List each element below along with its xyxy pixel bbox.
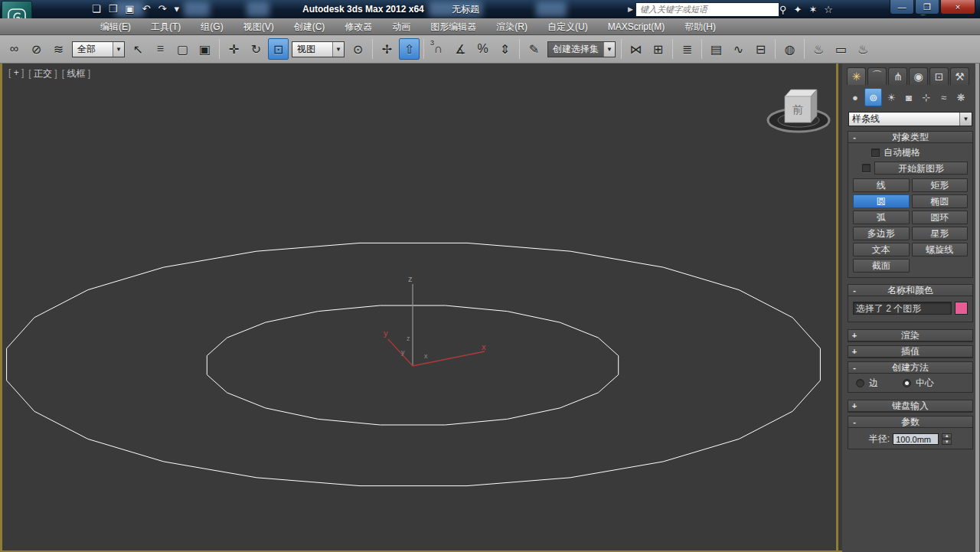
menu-tools[interactable]: 工具(T): [141, 18, 191, 35]
shape-donut-button[interactable]: 圆环: [912, 211, 969, 224]
keyboard-shortcut-override-icon[interactable]: ⇧: [399, 38, 420, 60]
select-object-icon[interactable]: ↖: [128, 38, 149, 60]
toolbar-overflow-icon[interactable]: ▾: [174, 1, 179, 18]
radius-input[interactable]: 100.0mm: [893, 433, 939, 445]
shape-rectangle-button[interactable]: 矩形: [912, 178, 969, 192]
sign-in-icon[interactable]: ✦: [794, 4, 802, 15]
menu-modifiers[interactable]: 修改器: [335, 18, 382, 35]
panel-scrollbar[interactable]: [975, 64, 979, 552]
circle-shape[interactable]: [7, 243, 821, 485]
select-and-scale-icon[interactable]: ⊡: [268, 38, 289, 60]
spinner-down-icon[interactable]: ▼: [942, 439, 952, 445]
curve-editor-icon[interactable]: ∿: [728, 38, 749, 60]
rollout-parameters-header[interactable]: - 参数: [848, 416, 972, 428]
spinner-snap-toggle-icon[interactable]: ⇕: [495, 38, 515, 60]
viewport-menu-shading[interactable]: [ 线框 ]: [62, 67, 90, 80]
tab-display[interactable]: ⊡: [929, 67, 949, 85]
rectangular-selection-region-icon[interactable]: ▢: [172, 38, 193, 60]
menu-maxscript[interactable]: MAXScript(M): [598, 18, 675, 35]
favorites-icon[interactable]: ☆: [824, 4, 833, 15]
redo-icon[interactable]: ↷: [158, 1, 167, 18]
shape-star-button[interactable]: 星形: [912, 227, 969, 240]
tab-create[interactable]: ✳: [847, 67, 866, 85]
menu-edit[interactable]: 编辑(E): [90, 18, 141, 35]
rollout-object-type-header[interactable]: - 对象类型: [848, 132, 972, 143]
shape-text-button[interactable]: 文本: [853, 243, 910, 256]
minimize-button[interactable]: —: [890, 0, 914, 15]
snaps-toggle-3d-icon[interactable]: ∩3: [428, 38, 449, 60]
create-lights-icon[interactable]: ☀: [883, 88, 900, 106]
viewcube[interactable]: 前: [768, 90, 829, 132]
viewport-menu-general[interactable]: [ + ]: [8, 67, 24, 80]
render-production-icon[interactable]: ♨: [853, 38, 874, 60]
select-by-name-icon[interactable]: ≡: [150, 38, 171, 60]
menu-views[interactable]: 视图(V): [234, 18, 284, 35]
tab-motion[interactable]: ◉: [909, 67, 928, 85]
create-spacewarps-icon[interactable]: ≈: [936, 88, 952, 106]
object-name-field[interactable]: 选择了 2 个图形: [853, 302, 952, 315]
menu-rendering[interactable]: 渲染(R): [486, 18, 537, 35]
create-systems-icon[interactable]: ❋: [952, 88, 969, 106]
layer-manager-icon[interactable]: ≣: [677, 38, 697, 60]
infocenter-search-input[interactable]: [635, 2, 779, 17]
rollout-interpolation-header[interactable]: + 插值: [848, 346, 972, 358]
search-expand-icon[interactable]: ▶: [628, 5, 633, 13]
create-helpers-icon[interactable]: ⊹: [918, 88, 935, 106]
align-icon[interactable]: ⊞: [648, 38, 668, 60]
bind-to-space-warp-icon[interactable]: ≋: [48, 38, 69, 60]
tab-modify[interactable]: ⌒: [867, 67, 887, 85]
creation-method-center-radio[interactable]: [903, 379, 911, 387]
new-file-icon[interactable]: ❏: [92, 1, 101, 18]
graphite-modeling-tools-icon[interactable]: ▤: [706, 38, 727, 60]
menu-animation[interactable]: 动画: [382, 18, 420, 35]
close-button[interactable]: ×: [940, 0, 975, 15]
edit-named-selection-sets-icon[interactable]: ✎: [524, 38, 544, 60]
communication-center-icon[interactable]: ✶: [808, 4, 817, 15]
create-shapes-icon[interactable]: ⊚: [864, 88, 883, 106]
select-and-link-icon[interactable]: ∞: [4, 38, 24, 60]
autogrid-checkbox[interactable]: [871, 149, 880, 157]
application-menu-button[interactable]: ▼: [2, 1, 32, 18]
rollout-rendering-header[interactable]: + 渲染: [848, 330, 972, 341]
reference-coordinate-dropdown[interactable]: 视图▼: [292, 41, 345, 57]
menu-customize[interactable]: 自定义(U): [537, 18, 598, 35]
spinner-up-icon[interactable]: ▲: [942, 433, 952, 439]
select-and-rotate-icon[interactable]: ↻: [246, 38, 266, 60]
use-pivot-point-center-icon[interactable]: ⊙: [348, 38, 368, 60]
percent-snap-toggle-icon[interactable]: %: [472, 38, 493, 60]
material-editor-icon[interactable]: ◍: [779, 38, 800, 60]
viewport-orthographic[interactable]: zzyxyx 前 [ + ] [ 正交 ] [ 线框 ]: [0, 64, 842, 552]
schematic-view-icon[interactable]: ⊟: [750, 38, 771, 60]
open-file-icon[interactable]: ❒: [109, 1, 118, 18]
tab-utilities[interactable]: ⚒: [950, 67, 969, 85]
shape-category-dropdown[interactable]: 样条线 ▼: [848, 112, 972, 126]
select-and-move-icon[interactable]: ✛: [224, 38, 244, 60]
menu-help[interactable]: 帮助(H): [675, 18, 726, 35]
shape-arc-button[interactable]: 弧: [853, 211, 910, 224]
menu-graph-editors[interactable]: 图形编辑器: [420, 18, 486, 35]
rollout-keyboard-entry-header[interactable]: + 键盘输入: [848, 400, 972, 412]
shape-ellipse-button[interactable]: 椭圆: [912, 194, 969, 208]
radius-spinner[interactable]: ▲ ▼: [942, 433, 952, 445]
save-file-icon[interactable]: ▣: [125, 1, 134, 18]
viewport-menu-pov[interactable]: [ 正交 ]: [28, 67, 57, 80]
tab-hierarchy[interactable]: ⋔: [888, 67, 907, 85]
start-new-shape-button[interactable]: 开始新图形: [874, 162, 968, 175]
angle-snap-toggle-icon[interactable]: ∡: [450, 38, 471, 60]
mirror-icon[interactable]: ⋈: [626, 38, 646, 60]
unlink-selection-icon[interactable]: ⊘: [26, 38, 47, 60]
render-setup-icon[interactable]: ♨: [808, 38, 829, 60]
rendered-frame-window-icon[interactable]: ▭: [831, 38, 851, 60]
named-selection-sets-dropdown[interactable]: 创建选择集▼: [547, 41, 616, 57]
create-geometry-icon[interactable]: ●: [847, 88, 864, 106]
shape-section-button[interactable]: 截面: [853, 259, 910, 273]
search-icon[interactable]: ⚲: [779, 4, 787, 15]
menu-create[interactable]: 创建(C): [284, 18, 335, 35]
shape-ngon-button[interactable]: 多边形: [853, 227, 910, 240]
maximize-button[interactable]: ❐: [915, 0, 939, 15]
shape-line-button[interactable]: 线: [853, 178, 910, 192]
menu-group[interactable]: 组(G): [191, 18, 233, 35]
undo-icon[interactable]: ↶: [142, 1, 151, 18]
selection-filter-dropdown[interactable]: 全部▼: [72, 41, 125, 57]
rollout-creation-method-header[interactable]: - 创建方法: [848, 362, 972, 374]
